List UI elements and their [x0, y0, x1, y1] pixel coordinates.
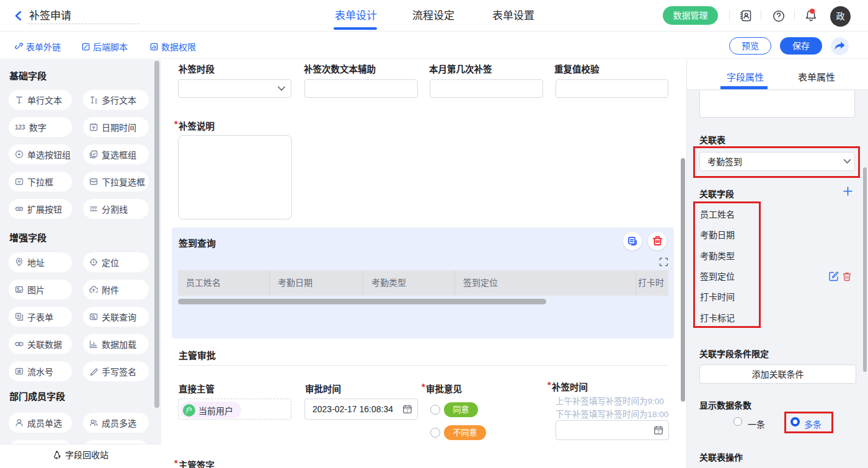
svg-text:7: 7 — [406, 408, 409, 413]
svg-text:7: 7 — [657, 430, 660, 434]
